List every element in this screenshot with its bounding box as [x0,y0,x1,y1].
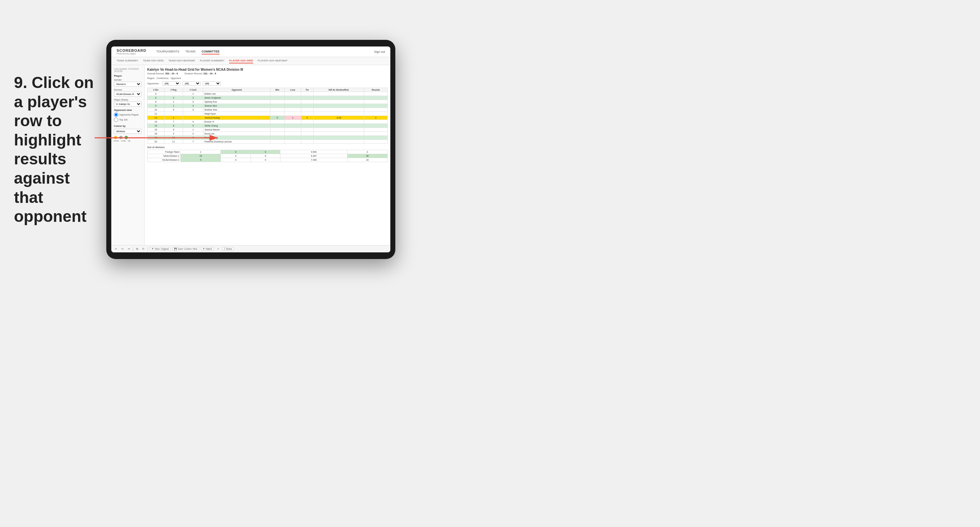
records-row: Overall Record: 353 - 34 - 6 Division Re… [147,72,388,75]
watch-icon: 👁 [203,248,205,250]
opponent-select[interactable]: (All) [203,81,221,86]
sign-out[interactable]: Sign out [374,50,385,54]
view-original-btn[interactable]: 👁 View: Original [150,247,170,251]
division-select[interactable]: NCAA Division III [114,92,142,97]
toolbar-sep1 [133,247,133,251]
table-row[interactable]: 11Haeji Hyun [148,112,388,116]
table-row: NCAA Division 2 5007.40010 [148,158,388,162]
table-row[interactable]: 914Sharon Mun [148,104,388,108]
conference-label: Conference [156,77,169,79]
h2h-table: # Div # Reg # Conf Opponent Win Loss Tie… [147,88,388,144]
subnav-team-h2h-heatmap[interactable]: TEAM H2H HEATMAP [169,59,195,63]
opponent-view-radio-group: Opponents Played Top 100 [114,113,142,122]
th-win: Win [270,88,284,92]
region-select[interactable]: (All) [162,81,180,86]
th-opponent: Opponent [203,88,270,92]
th-conf: # Conf [183,88,203,92]
dot-down [114,136,117,139]
th-loss: Loss [284,88,301,92]
subnav-team-h2h-grid[interactable]: TEAM H2H GRID [143,59,164,63]
main-content: Last Updated: 27/03/2024 16:55:38 Player… [111,65,390,245]
colour-labels: Down Level Up [114,140,142,142]
last-updated: Last Updated: 27/03/2024 16:55:38 [114,68,142,72]
grid-title: Katelyn Vo Head-to-Head Grid for Women's… [147,68,388,71]
opponent-view-title: Opponent view [114,109,142,111]
copy-btn[interactable]: ⧉ [135,247,139,251]
opponents-label: Opponents: [147,83,159,85]
table-row[interactable]: 19106Emily Chang [148,136,388,140]
content-area: Katelyn Vo Head-to-Head Grid for Women's… [145,65,390,245]
th-tie: Tie [301,88,313,92]
save-icon: 💾 [174,248,177,251]
sub-nav: TEAM SUMMARY TEAM H2H GRID TEAM H2H HEAT… [111,57,390,65]
tablet-frame: SCOREBOARD Powered by clippd TOURNAMENTS… [106,40,395,259]
colour-dots [114,136,142,139]
th-diff: Diff Av Strokes/Rnd [313,88,364,92]
table-row[interactable]: 522Alexis Sudjianto [148,96,388,100]
filters-row: Region Conference Opponent [147,77,388,79]
filters-row2: Opponents: (All) (All) (All) [147,81,388,86]
nav-teams[interactable]: TEAMS [185,49,196,54]
table-row[interactable]: 1474Eunice Yi [148,120,388,124]
overall-record-label: Overall Record: 353 - 34 - 6 [147,72,178,75]
table-row[interactable]: 1063Andrea York [148,108,388,112]
dot-up [124,136,128,139]
table-row[interactable]: 31Esther Lee [148,92,388,96]
watch-btn[interactable]: 👁 Watch [201,247,214,251]
tablet-screen: SCOREBOARD Powered by clippd TOURNAMENTS… [111,46,390,252]
region-label: Region [147,77,154,79]
table-row: NAIA Division 1 15009.26730 [148,154,388,158]
bottom-toolbar: ↩ ↪ ⇥ ⧉ ↻ 👁 View: Original 💾 Save Custom… [111,245,390,252]
table-header-row: # Div # Reg # Conf Opponent Win Loss Tie… [148,88,388,92]
redo-btn[interactable]: ↪ [120,247,124,251]
table-row[interactable]: 613Sydney Kuo [148,100,388,104]
radio-top100[interactable]: Top 100 [114,117,142,122]
subnav-player-h2h-grid[interactable]: PLAYER H2H GRID [229,59,253,63]
th-reg: # Reg [164,88,183,92]
share-btn[interactable]: ⤴ Share [222,247,234,251]
gender-label: Gender [114,79,142,81]
subnav-player-summary[interactable]: PLAYER SUMMARY [200,59,224,63]
gender-select[interactable]: Women's [114,82,142,87]
undo-btn[interactable]: ↩ [114,247,118,251]
division-label: Division [114,89,142,91]
colour-by-title: Colour by [114,125,142,127]
view-icon: 👁 [151,248,154,250]
logo-area: SCOREBOARD Powered by clippd [117,49,146,55]
division-record-label: Division Record: 331 - 34 - 6 [185,72,216,75]
radio-opponents-played[interactable]: Opponents Played [114,113,142,117]
toolbar-sep2 [148,247,148,251]
player-rank-select[interactable]: 8. Katelyn Vo [114,102,142,106]
conference-filter-group: Conference [156,77,169,79]
table-row[interactable]: 1585Stella Chang [148,124,388,128]
th-div: # Div [148,88,164,92]
logo: SCOREBOARD [117,49,146,52]
out-of-division-label: Out of division [147,146,388,149]
table-row[interactable]: 1822Euna Lee [148,132,388,136]
region-filter-group: Region [147,77,154,79]
sidebar: Last Updated: 27/03/2024 16:55:38 Player… [111,65,145,245]
resize-btn[interactable]: ⤢ [216,247,220,251]
subnav-player-h2h-heatmap[interactable]: PLAYER H2H HEATMAP [258,59,288,63]
share-icon: ⤴ [224,248,225,250]
table-row[interactable]: 20117Federica Domecq Lacroze [148,140,388,144]
refresh-btn[interactable]: ↻ [141,247,145,251]
nav-links: TOURNAMENTS TEAMS COMMITTEE [156,49,368,54]
out-of-division-table: Foreign Team 1004.5002 NAIA Division 1 1… [147,150,388,162]
table-row-highlighted[interactable]: 131Jessica Huang010-3.002 [148,116,388,120]
dot-level [119,136,123,139]
subnav-team-summary[interactable]: TEAM SUMMARY [117,59,138,63]
forward-btn[interactable]: ⇥ [127,247,131,251]
table-row[interactable]: 1691Jessica Mason [148,128,388,132]
conference-select[interactable]: (All) [182,81,200,86]
player-rank-label: Player (Rank) [114,98,142,101]
nav-committee[interactable]: COMMITTEE [202,49,220,54]
nav-tournaments[interactable]: TOURNAMENTS [156,49,179,54]
logo-sub: Powered by clippd [117,52,146,55]
colour-by-select[interactable]: Win/loss [114,129,142,134]
th-rounds: Rounds [364,88,388,92]
annotation-text: 9. Click on a player's row to highlight … [14,73,100,226]
save-custom-btn[interactable]: 💾 Save Custom View [172,247,199,251]
opponent-filter-group: Opponent [170,77,181,79]
player-section-title: Player [114,75,142,77]
